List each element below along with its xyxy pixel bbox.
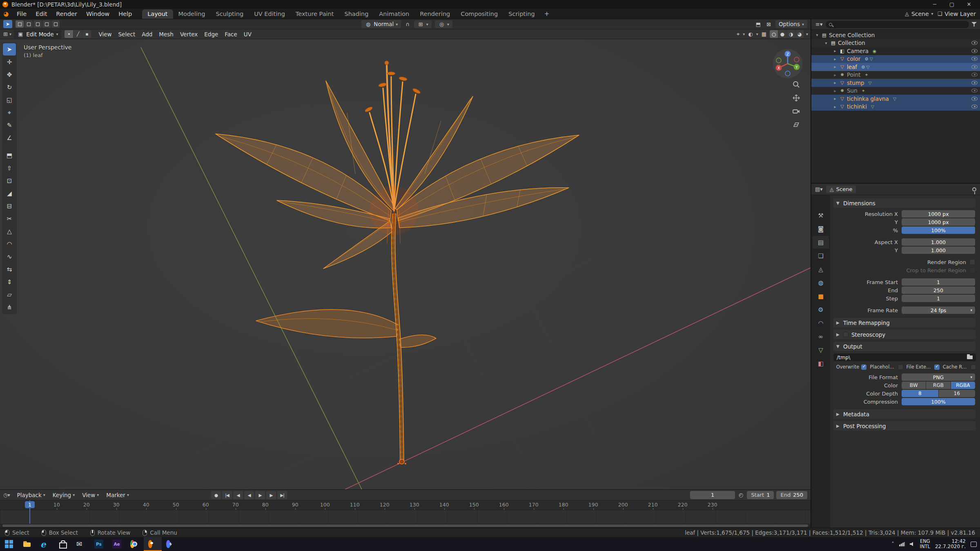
tool-spin[interactable]: ◠ [3,238,16,250]
tool-add-cube[interactable]: ⬒ [3,149,16,162]
properties-tab-tool[interactable]: ⚒ [813,209,829,222]
navigation-gizmo[interactable]: Z X Y [772,48,803,79]
panel-header-post-processing[interactable]: ▶ Post Processing [833,421,976,431]
tool-loop-cut[interactable]: ⊟ [3,200,16,212]
checkbox[interactable] [898,364,903,370]
taskbar-app-chrome[interactable] [126,537,144,551]
transport-jump-start[interactable]: |◀ [222,491,232,499]
edge-select-button[interactable]: ╱ [74,30,82,38]
color-option-button[interactable]: RGBA [951,382,975,389]
tool-poly-build[interactable]: △ [3,225,16,238]
tool-edge-slide[interactable]: ⇆ [3,263,16,276]
workspace-tab[interactable]: Layout [142,9,173,19]
output-path-field[interactable]: /tmp\ [833,353,976,361]
viewport-menu[interactable]: UV [241,31,255,38]
tool-scale[interactable]: ◱ [3,94,16,106]
disclosure-triangle-icon[interactable] [833,80,837,85]
taskbar-app-messenger[interactable] [162,537,180,551]
folder-icon[interactable] [967,355,973,359]
modifier-icon[interactable] [864,56,868,61]
current-frame-field[interactable]: 1 [690,491,735,499]
taskbar-app-start[interactable] [0,537,18,551]
select-mode-subtract-button[interactable] [33,20,42,28]
panel-header-metadata[interactable]: ▶ Metadata [833,409,976,419]
tool-shear[interactable]: ▱ [3,289,16,301]
workspace-tab[interactable]: Shading [339,9,374,19]
notification-center-icon[interactable] [971,542,977,547]
frame-start-field[interactable]: Start 1 [747,491,774,499]
taskbar-app-blender[interactable] [144,537,162,551]
outliner-row[interactable]: Scene Collection [811,31,980,39]
outliner-row[interactable]: Sun [811,87,980,95]
tool-rip-region[interactable]: ⋔ [3,301,16,313]
maximize-button[interactable]: ▢ [943,1,960,7]
tool-shrink-fatten[interactable]: ⇕ [3,276,16,288]
value-field[interactable]: 24 fps ▾ [902,307,975,314]
eye-icon[interactable] [971,49,978,53]
timeline-menu[interactable]: Playback ▾ [13,492,49,498]
tool-rotate[interactable]: ↻ [3,81,16,93]
preview-range-toggle[interactable]: ◴ [737,492,744,498]
object-name[interactable]: Collection [838,40,865,46]
viewport-menu[interactable]: Mesh [156,31,177,38]
timeline-menu[interactable]: Keying ▾ [49,492,78,498]
filter-icon[interactable] [971,22,977,27]
workspace-tab[interactable]: UV Editing [249,9,290,19]
taskbar-app-file-explorer[interactable] [18,537,36,551]
language-indicator[interactable]: ENG INTL [920,539,930,549]
properties-tab-output[interactable]: ▤ [813,236,829,249]
properties-tab-scene[interactable]: ◬ [813,263,829,276]
playhead-frame-badge[interactable]: 1 [25,501,35,508]
shading-rendered-button[interactable]: ◕ [795,30,804,38]
perspective-toggle-icon[interactable] [792,120,801,129]
taskbar-app-mail[interactable] [72,537,90,551]
compression-slider[interactable]: 100% [902,398,975,405]
mesh-data-icon[interactable] [870,56,873,61]
stereoscopy-checkbox[interactable] [843,332,849,337]
tool-inset-faces[interactable]: ⊡ [3,175,16,187]
viewport-menu[interactable]: Select [115,31,139,38]
transport-play[interactable]: ▶ [255,491,265,499]
eye-icon[interactable] [971,89,978,93]
tray-expand-icon[interactable]: ˄ [892,541,894,547]
disclosure-triangle-icon[interactable] [833,96,837,101]
workspace-tab[interactable]: Sculpting [210,9,249,19]
visibility-icon[interactable]: ⊠ [765,21,772,27]
panel-header-stereoscopy[interactable]: ▶ Stereoscopy [833,330,976,339]
tool-select-box[interactable]: ➤ [3,43,16,56]
properties-tab-view-layer[interactable]: ❏ [813,249,829,262]
disclosure-triangle-icon[interactable] [833,64,837,69]
blender-logo-icon[interactable] [2,2,8,7]
eye-icon[interactable] [971,81,978,85]
outliner-row[interactable]: leaf [811,63,980,71]
tool-cursor[interactable]: ✛ [3,56,16,68]
checkbox[interactable] [861,364,866,370]
output-checkbox[interactable]: Overwrite [833,364,866,370]
modifier-icon[interactable] [861,64,865,69]
properties-tab-constraints[interactable]: ∞ [813,330,829,343]
pan-icon[interactable] [792,93,801,102]
disclosure-triangle-icon[interactable] [815,33,820,37]
light-data-icon[interactable] [862,88,865,93]
transport-play-reverse[interactable]: ◀ [244,491,254,499]
outliner-editor-icon[interactable]: ≡▾ [815,21,823,27]
disclosure-triangle-icon[interactable] [824,41,829,45]
panel-header-output[interactable]: ▼ Output [833,342,976,351]
color-option-button[interactable]: RGB [926,382,950,389]
viewport-menu[interactable]: Edge [201,31,221,38]
camera-data-icon[interactable] [873,49,876,53]
menu[interactable]: Window [82,9,114,19]
clock[interactable]: 12:42 22.7.2020 г. [935,539,966,549]
mesh-data-icon[interactable] [871,104,874,109]
panel-header-time-remapping[interactable]: ▶ Time Remapping [833,318,976,327]
value-field[interactable]: 1.000 ▾ [902,238,975,246]
tool-knife[interactable]: ✂ [3,213,16,225]
view-layer-selector[interactable]: ❏ View Layer [938,11,976,17]
value-field[interactable]: 250 ▾ [902,287,975,294]
timeline-ruler[interactable]: 1020304050607080901001101201301401501601… [0,500,811,510]
volume-icon[interactable] [910,542,915,547]
value-field[interactable]: 1.000 ▾ [902,247,975,254]
outliner-search-input[interactable] [826,21,969,28]
minimize-button[interactable]: ─ [926,1,943,7]
outliner-row[interactable]: color [811,55,980,63]
